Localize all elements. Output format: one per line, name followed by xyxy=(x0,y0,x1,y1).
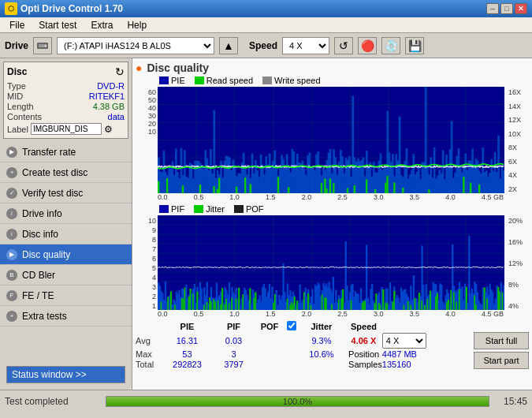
disc-refresh-icon[interactable]: ↻ xyxy=(115,65,125,78)
start-part-button[interactable]: Start part xyxy=(474,352,529,369)
status-window-button[interactable]: Status window >> xyxy=(6,366,125,383)
sidebar-item-extra-tests[interactable]: + Extra tests xyxy=(0,306,132,327)
stats-avg-jitter: 9.3% xyxy=(298,333,345,349)
disc-type-row: Type DVD-R xyxy=(7,81,125,91)
chart2-container: 10 9 8 7 6 5 4 3 2 1 20% 16% 12% xyxy=(136,215,529,318)
chart1-container: 60 50 40 30 20 10 16X 14X 12X 10X 8 xyxy=(136,87,529,201)
speed-select-drive[interactable]: 4 X xyxy=(282,37,329,54)
sidebar-item-disc-quality[interactable]: ▶ Disc quality xyxy=(0,244,132,265)
legend-pif-color xyxy=(159,205,169,213)
menu-extra[interactable]: Extra xyxy=(84,19,119,32)
burn-button[interactable]: 💿 xyxy=(381,37,400,54)
chart2-y-axis-left: 10 9 8 7 6 5 4 3 2 1 xyxy=(136,215,158,310)
sidebar-item-create-test-disc[interactable]: + Create test disc xyxy=(0,162,132,183)
disc-panel: Disc ↻ Type DVD-R MID RITEKF1 Length 4.3… xyxy=(3,62,128,139)
stats-max-label: Max xyxy=(136,349,159,360)
sidebar-item-drive-info[interactable]: i Drive info xyxy=(0,203,132,224)
legend-read-speed: Read speed xyxy=(195,76,253,85)
chart1-y-axis-right: 16X 14X 12X 10X 8X 6X 4X 2X xyxy=(507,87,529,193)
chart1-with-axes: 60 50 40 30 20 10 16X 14X 12X 10X 8 xyxy=(136,87,529,193)
drive-select[interactable]: (F:) ATAPI iHAS124 B AL0S xyxy=(57,37,214,54)
sidebar-item-fe-te[interactable]: F FE / TE xyxy=(0,286,132,306)
stats-total-pie: 292823 xyxy=(159,359,215,369)
sidebar-item-disc-info[interactable]: i Disc info xyxy=(0,224,132,244)
sidebar-label-fe-te: FE / TE xyxy=(22,290,54,301)
fe-te-icon: F xyxy=(6,290,17,301)
disc-panel-header: Disc ↻ xyxy=(7,65,125,78)
close-button[interactable]: ✕ xyxy=(515,3,527,14)
stats-max-jitter: 10.6% xyxy=(298,349,345,360)
disc-info-icon: i xyxy=(6,229,17,240)
disc-quality-title: Disc quality xyxy=(147,62,209,74)
status-bar: Test completed 100.0% 15:45 xyxy=(0,390,532,412)
chart1-x-axis: 0.0 0.5 1.0 1.5 2.0 2.5 3.0 3.5 4.0 4.5 … xyxy=(158,193,504,201)
legend-pie-color xyxy=(159,77,169,84)
stats-avg-pie: 16.31 xyxy=(159,333,215,349)
chart1-legend: PIE Read speed Write speed xyxy=(159,76,529,85)
label-edit-icon[interactable]: ⚙ xyxy=(104,124,113,135)
sidebar-label-transfer-rate: Transfer rate xyxy=(22,147,76,158)
sidebar-item-transfer-rate[interactable]: ▶ Transfer rate xyxy=(0,142,132,162)
stats-header-row: PIE PIF POF Jitter Speed xyxy=(136,321,467,333)
stats-pof-header: POF xyxy=(252,321,287,333)
minimize-button[interactable]: ─ xyxy=(486,3,499,14)
eject-button[interactable]: ▲ xyxy=(219,37,238,54)
chart1-y-axis-left: 60 50 40 30 20 10 xyxy=(136,87,158,193)
sidebar-label-create-test-disc: Create test disc xyxy=(22,167,87,178)
stats-jitter-header: Jitter xyxy=(298,321,345,333)
disc-mid-label: MID xyxy=(7,91,23,101)
chart2-canvas xyxy=(158,215,504,310)
sidebar-item-verify-test-disc[interactable]: ✓ Verify test disc xyxy=(0,183,132,203)
erase-button[interactable]: 🔴 xyxy=(358,37,377,54)
stats-total-pof xyxy=(252,359,287,369)
stats-speed-select[interactable]: 4 X xyxy=(382,333,426,349)
transfer-rate-icon: ▶ xyxy=(6,147,17,158)
stats-samples-label: Samples xyxy=(345,359,382,369)
app-title: Opti Drive Control 1.70 xyxy=(20,3,123,14)
legend-pof: POF xyxy=(234,204,264,214)
stats-pie-header: PIE xyxy=(159,321,215,333)
stats-total-row: Total 292823 3797 Samples 135160 xyxy=(136,359,467,369)
stats-max-pif: 3 xyxy=(215,349,252,360)
disc-quality-icon: ▶ xyxy=(6,249,17,260)
menu-help[interactable]: Help xyxy=(121,19,153,32)
maximize-button[interactable]: □ xyxy=(500,3,513,14)
legend-read-speed-label: Read speed xyxy=(206,76,253,85)
disc-contents-label: Contents xyxy=(7,112,42,121)
menu-file[interactable]: File xyxy=(3,19,31,32)
disc-mid-val: RITEKF1 xyxy=(89,91,125,101)
stats-position-val: 4487 MB xyxy=(382,349,467,360)
legend-pif: PIF xyxy=(159,204,184,214)
verify-disc-icon: ✓ xyxy=(6,188,17,199)
legend-pie-label: PIE xyxy=(171,76,185,85)
legend-jitter-label: Jitter xyxy=(206,204,225,214)
stats-speed-header: Speed xyxy=(345,321,382,333)
start-full-button[interactable]: Start full xyxy=(474,332,529,349)
stats-table: PIE PIF POF Jitter Speed Avg 16.31 0.03 … xyxy=(136,321,467,369)
save-button[interactable]: 💾 xyxy=(405,37,424,54)
sidebar-label-disc-info: Disc info xyxy=(22,229,58,240)
stats-pif-header: PIF xyxy=(215,321,252,333)
menu-bar: File Start test Extra Help xyxy=(0,17,532,33)
stats-position-label: Position xyxy=(345,349,382,360)
disc-label-input[interactable] xyxy=(31,123,102,135)
legend-pof-color xyxy=(234,205,244,213)
legend-pie: PIE xyxy=(159,76,185,85)
sidebar-item-cd-bler[interactable]: B CD Bler xyxy=(0,265,132,286)
stats-avg-row: Avg 16.31 0.03 9.3% 4.06 X 4 X xyxy=(136,333,467,349)
refresh-button[interactable]: ↺ xyxy=(334,37,353,54)
stats-avg-speed: 4.06 X xyxy=(345,333,382,349)
svg-point-2 xyxy=(45,44,47,47)
chart1-inner xyxy=(158,87,507,193)
legend-write-speed-label: Write speed xyxy=(274,76,321,85)
sidebar-label-drive-info: Drive info xyxy=(22,208,62,219)
stats-total-pif: 3797 xyxy=(215,359,252,369)
legend-write-speed-color xyxy=(262,77,272,84)
stats-avg-pif: 0.03 xyxy=(215,333,252,349)
jitter-checkbox[interactable] xyxy=(287,321,296,330)
legend-jitter: Jitter xyxy=(194,204,225,214)
status-window-label: Status window >> xyxy=(12,369,87,380)
menu-start-test[interactable]: Start test xyxy=(32,19,83,32)
disc-contents-row: Contents data xyxy=(7,112,125,121)
stats-avg-label: Avg xyxy=(136,333,159,349)
